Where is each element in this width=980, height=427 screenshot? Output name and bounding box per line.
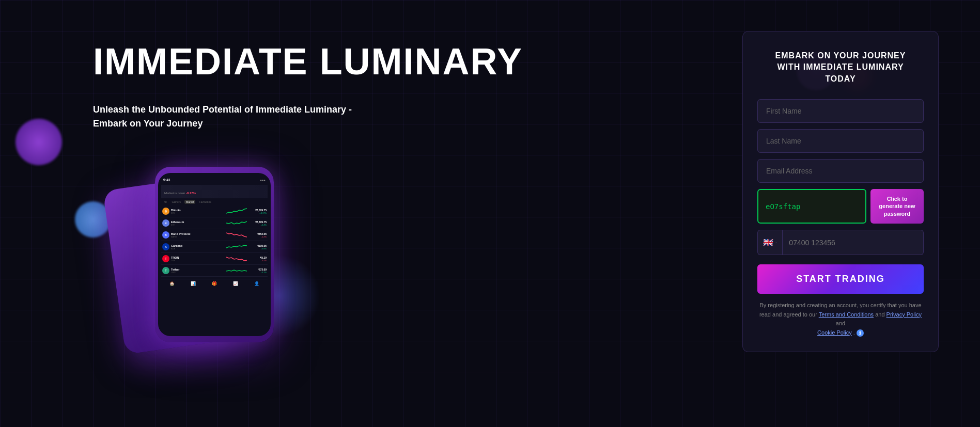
trx-price: ₹5.29 -0.5%	[248, 256, 267, 262]
tab-market: Market	[184, 200, 195, 204]
phone-front: 9:41 ●●● Market is down -8.17% All Gaine…	[155, 167, 274, 342]
crypto-row-eth: Ξ Ethereum ETH ₹2,509.75 +2.4%	[161, 217, 268, 229]
first-name-input[interactable]	[757, 99, 924, 123]
eth-icon: Ξ	[162, 219, 169, 227]
tab-all: All	[162, 200, 168, 204]
trx-icon: T	[162, 255, 169, 262]
flag-dropdown-icon: -	[775, 240, 777, 245]
btc-icon: ₿	[162, 208, 169, 215]
crypto-row-usdt: T Tether USDT ₹73.00 +0.1%	[161, 265, 268, 277]
btc-chart	[226, 207, 247, 215]
usdt-chart	[226, 266, 247, 275]
band-icon: B	[162, 231, 169, 239]
page-layout: IMMEDIATE LUMINARY Unleash the Unbounded…	[0, 0, 980, 427]
eth-price: ₹2,509.75 +2.4%	[248, 220, 267, 226]
left-section: IMMEDIATE LUMINARY Unleash the Unbounded…	[93, 31, 722, 353]
phone-flag-selector[interactable]: 🇬🇧 -	[758, 230, 783, 255]
eth-chart	[226, 219, 247, 227]
cookie-policy-link[interactable]: Cookie Policy	[817, 329, 852, 336]
phone-time: 9:41	[163, 178, 170, 182]
band-price: ₹553.06 -1.2%	[248, 232, 267, 238]
eth-info: Ethereum ETH	[171, 220, 225, 226]
btc-info: Bitcoin BTC	[171, 209, 225, 214]
usdt-price: ₹73.00 +0.1%	[248, 268, 267, 274]
form-title: EMBARK ON YOUR JOURNEY WITH IMMEDIATE LU…	[757, 50, 924, 85]
flag-icon: 🇬🇧	[763, 238, 773, 247]
trx-chart	[226, 255, 247, 263]
ada-icon: A	[162, 243, 169, 250]
tab-favourites: Favourites	[197, 200, 212, 204]
password-input[interactable]	[757, 189, 866, 224]
nav-rewards: 🎁	[212, 281, 217, 286]
ada-info: Cardano ADA	[171, 244, 225, 250]
privacy-policy-link[interactable]: Privacy Policy	[886, 311, 922, 318]
crypto-row-trx: T TRON TRX ₹5.29 -0.5%	[161, 253, 268, 265]
nav-market2: 📈	[233, 281, 238, 286]
band-chart	[226, 231, 247, 239]
nav-home: 🏠	[169, 281, 175, 286]
email-input[interactable]	[757, 159, 924, 183]
phone-market-header: Market is down -8.17%	[161, 185, 268, 198]
market-down-value: -8.17%	[186, 192, 196, 195]
crypto-row-ada: A Cardano ADA ₹105.06 +0.8%	[161, 241, 268, 253]
main-title: IMMEDIATE LUMINARY	[93, 41, 722, 82]
band-info: Band Protocol BAND	[171, 232, 225, 238]
usdt-info: Tether USDT	[171, 268, 225, 274]
hero-subtitle: Unleash the Unbounded Potential of Immed…	[93, 103, 362, 131]
registration-panel: EMBARK ON YOUR JOURNEY WITH IMMEDIATE LU…	[742, 31, 939, 352]
password-row: Click to generate new password	[757, 189, 924, 224]
start-trading-button[interactable]: START TRADING	[757, 264, 924, 294]
phone-tabs: All Gainers Market Favourites	[161, 200, 268, 204]
usdt-icon: T	[162, 267, 169, 274]
trx-info: TRON TRX	[171, 256, 225, 262]
ada-price: ₹105.06 +0.8%	[248, 244, 267, 250]
phone-number-input[interactable]	[783, 231, 923, 254]
terms-text: By registering and creating an account, …	[757, 301, 924, 337]
phone-bottom-nav: 🏠 📊 🎁 📈 👤	[161, 279, 268, 288]
crypto-row-btc: ₿ Bitcoin BTC ₹2,509.75 +8.17%	[161, 205, 268, 217]
phone-screen: 9:41 ●●● Market is down -8.17% All Gaine…	[158, 173, 271, 336]
market-status-label: Market is down	[164, 192, 186, 195]
phone-signal: ●●●	[260, 179, 266, 182]
nav-portfolio: 📊	[191, 281, 196, 286]
ada-chart	[226, 243, 247, 251]
terms-and-conditions-link[interactable]: Terms and Conditions	[819, 311, 874, 318]
phone-status-bar: 9:41 ●●●	[161, 177, 268, 183]
crypto-row-band: B Band Protocol BAND ₹553.06 -1.2%	[161, 229, 268, 241]
generate-password-button[interactable]: Click to generate new password	[870, 189, 924, 224]
phone-input-row: 🇬🇧 -	[757, 230, 924, 255]
btc-price: ₹2,509.75 +8.17%	[248, 209, 267, 214]
tab-gainers: Gainers	[170, 200, 183, 204]
last-name-input[interactable]	[757, 129, 924, 153]
phone-mockup-container: 9:41 ●●● Market is down -8.17% All Gaine…	[93, 146, 341, 353]
info-icon[interactable]: ℹ	[857, 329, 864, 337]
nav-profile: 👤	[254, 281, 259, 286]
